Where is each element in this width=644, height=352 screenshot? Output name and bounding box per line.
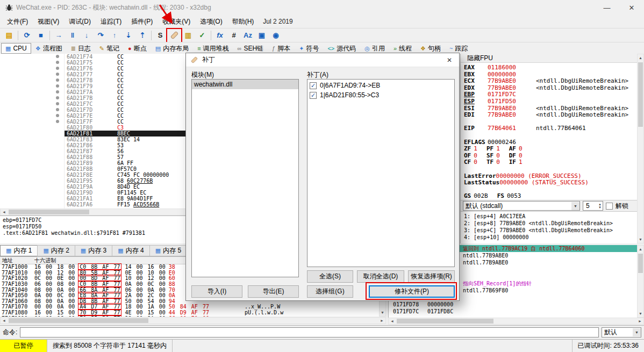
tab-trace[interactable]: ~跟踪 (445, 43, 472, 54)
scroll-track[interactable] (396, 318, 636, 324)
select-all-button[interactable]: 全选(S) (307, 270, 353, 283)
memory-tab-5[interactable]: ▦内存 5 (149, 245, 187, 256)
step-over-icon[interactable]: ↷ (94, 30, 107, 41)
window-icon[interactable]: ▣ (255, 30, 268, 41)
memory-tab-3[interactable]: ▦内存 3 (75, 245, 112, 256)
command-input[interactable] (20, 327, 599, 337)
scroll-left-arrow[interactable]: ◄ (389, 318, 396, 324)
tab-seh[interactable]: ∞SEH链 (233, 43, 268, 54)
stop-icon[interactable]: ■ (34, 30, 47, 41)
stack-row[interactable]: 0171FD7C0171FD8C (389, 308, 644, 315)
register-row[interactable]: EAX01186000 (464, 64, 641, 71)
chevron-down-icon[interactable]: ▼ (633, 328, 641, 336)
hash-icon[interactable]: # (227, 30, 240, 41)
patch-icon[interactable] (168, 30, 181, 41)
register-row[interactable]: GS002BFS0053 (464, 193, 641, 200)
scroll-thumb[interactable] (9, 210, 89, 214)
menu-item-4[interactable]: 追踪(T) (96, 16, 126, 28)
menu-item-5[interactable]: 插件(P) (126, 16, 158, 28)
dialog-title-bar[interactable]: 补丁 ✕ (186, 53, 459, 67)
register-row[interactable] (464, 132, 641, 139)
stack-row[interactable]: 0171FD7800000000 (389, 301, 644, 308)
scroll-down-arrow[interactable]: ▼ (638, 310, 643, 317)
tab-references[interactable]: ◎引用 (360, 43, 389, 54)
module-list[interactable]: wechatwin.dll (191, 79, 299, 277)
hide-fpu-button[interactable]: 隐藏FPU (461, 54, 644, 63)
register-row[interactable]: CF0TF0IF1 (464, 159, 641, 166)
scroll-left-arrow[interactable]: ◄ (1, 318, 8, 324)
argument-row-4[interactable]: 4: [esp+10] 00000000 (464, 234, 641, 241)
close-button[interactable]: ✕ (619, 0, 644, 15)
scroll-track[interactable] (638, 253, 643, 310)
memory-row[interactable]: 77AF10900A 00 0C 0070 55 B0 7728 00 2A 0… (0, 316, 386, 317)
step-into-icon[interactable]: ↓ (80, 30, 93, 41)
tab-script[interactable]: ƒ脚本 (268, 43, 295, 54)
register-row[interactable]: LastStatus00000000 (STATUS_SUCCESS) (464, 179, 641, 186)
step-out-icon[interactable]: ↑ (108, 30, 121, 41)
tab-breakpoints[interactable]: ●断点 (124, 43, 151, 54)
restore-selected-button[interactable]: 恢复选择项(R) (408, 270, 455, 283)
tab-memory-map[interactable]: ▤内存布局 (151, 43, 193, 54)
tab-call-stack[interactable]: ≡调用堆栈 (193, 43, 233, 54)
scroll-up-arrow[interactable]: ▲ (638, 246, 643, 253)
run-icon[interactable]: → (52, 30, 65, 41)
patch-checkbox[interactable]: ✓ (310, 92, 317, 99)
patch-file-button[interactable]: 修补文件(P) (369, 285, 455, 298)
registers-vscrollbar[interactable]: ▲ ▼ (637, 54, 644, 243)
patch-list[interactable]: ✓0|6A7F1AD9:74->EB✓1|6AD21F80:55->C3 (307, 79, 455, 267)
fx-icon[interactable]: fx (213, 30, 226, 41)
scroll-track[interactable] (638, 61, 643, 236)
tab-symbols[interactable]: ✦符号 (295, 43, 323, 54)
scroll-thumb[interactable] (638, 62, 643, 127)
argument-count-stepper[interactable]: 5 ▲▼ (583, 201, 603, 211)
menu-item-6[interactable]: 收藏夹(V) (158, 16, 195, 28)
chevron-down-icon[interactable]: ▼ (571, 202, 579, 210)
menu-item-3[interactable]: 调试(D) (64, 16, 96, 28)
trace-into-icon[interactable]: ⇣ (122, 30, 135, 41)
module-list-item[interactable]: wechatwin.dll (192, 80, 298, 89)
unlock-checkbox[interactable] (606, 203, 613, 210)
restart-icon[interactable]: ⟳ (20, 30, 33, 41)
stepper-arrows-icon[interactable]: ▲▼ (598, 203, 603, 209)
scroll-thumb[interactable] (9, 318, 148, 323)
menu-item-8[interactable]: 帮助(H) (227, 16, 259, 28)
minimize-button[interactable]: — (595, 0, 619, 15)
scroll-track[interactable] (8, 318, 378, 324)
memory-tab-1[interactable]: ▦内存 1 (0, 245, 38, 256)
az-icon[interactable]: Az (241, 30, 254, 41)
stack-vscrollbar[interactable]: ▲ ▼ (637, 245, 644, 318)
scroll-down-arrow[interactable]: ▼ (380, 309, 385, 316)
scroll-left-arrow[interactable]: ◄ (1, 209, 8, 215)
pause-icon[interactable]: ‖ (66, 30, 79, 41)
scroll-down-arrow[interactable]: ▼ (638, 236, 643, 243)
export-button[interactable]: 导出(E) (248, 285, 299, 298)
stack-hscrollbar[interactable]: ◄ ► (388, 318, 644, 325)
memory-hscrollbar[interactable]: ◄ ► (0, 317, 386, 324)
tab-threads[interactable]: »线程 (389, 43, 416, 54)
scroll-right-arrow[interactable]: ► (378, 318, 385, 324)
pick-groups-button[interactable]: 选择组(G) (307, 285, 353, 298)
scroll-thumb[interactable] (638, 254, 643, 273)
register-row[interactable]: EIP77B64061ntdll.77B64061 (464, 125, 641, 132)
calling-convention-select[interactable]: 默认 (stdcall) ▼ (463, 201, 580, 211)
tab-cpu[interactable]: ▦CPU (1, 43, 31, 54)
register-row[interactable]: ZF1PF1AF0 (464, 146, 641, 153)
command-mode-select[interactable]: 默认 ▼ (602, 327, 641, 337)
compare-icon[interactable]: ✓ (196, 30, 209, 41)
tab-notes[interactable]: ✎笔记 (95, 43, 124, 54)
argument-row-3[interactable]: 3: [esp+C] 77B9ABE0 <ntdll.DbgUiRemoteBr… (464, 227, 641, 234)
tab-source[interactable]: <>源代码 (323, 43, 360, 54)
menu-item-1[interactable]: 文件(F) (2, 16, 33, 28)
tab-log[interactable]: ≣日志 (67, 43, 95, 54)
deselect-all-button[interactable]: 取消全选(D) (357, 270, 404, 283)
dialog-close-button[interactable]: ✕ (440, 53, 459, 67)
plugin-icon[interactable]: S (154, 30, 167, 41)
memory-tab-2[interactable]: ▦内存 2 (37, 245, 75, 256)
argument-row-1[interactable]: 1: [esp+4] A0C17EEA (464, 213, 641, 220)
patch-checkbox[interactable]: ✓ (310, 82, 317, 89)
register-row[interactable] (464, 166, 641, 173)
tab-handles[interactable]: ❖句柄 (416, 43, 445, 54)
import-button[interactable]: 导入(I) (191, 285, 242, 298)
register-row[interactable] (464, 186, 641, 193)
patch-item-2[interactable]: ✓1|6AD21F80:55->C3 (309, 90, 453, 100)
